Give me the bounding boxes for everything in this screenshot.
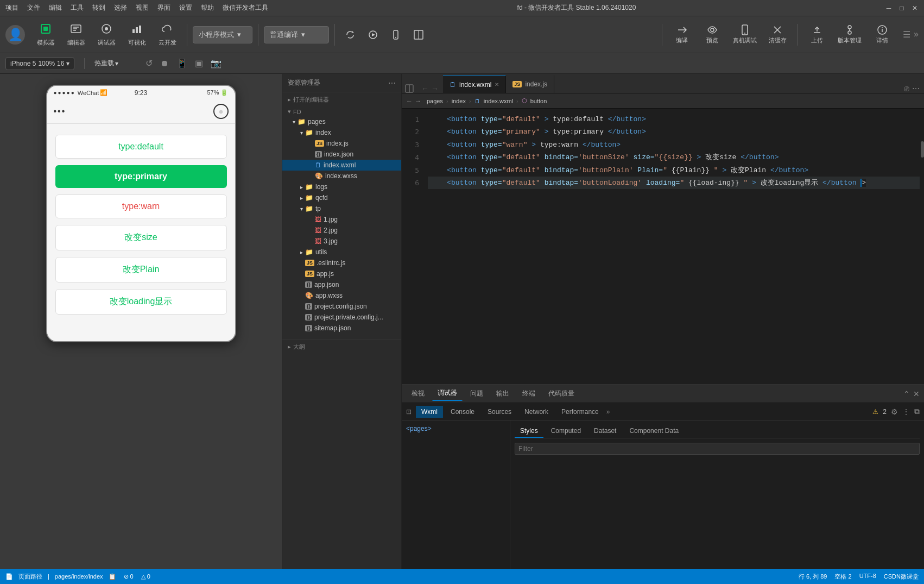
breadcrumb-forward-icon[interactable]: → [415,97,421,105]
folder-index[interactable]: ▾ 📁 index [282,127,401,138]
tab-debugger[interactable]: 调试器 [432,386,463,401]
tab-issues[interactable]: 问题 [465,387,489,400]
breadcrumb-pages[interactable]: pages [427,98,443,104]
close-button[interactable]: ✕ [911,4,919,12]
menu-help[interactable]: 帮助 [201,3,214,12]
style-tab-computed[interactable]: Computed [546,425,586,438]
button-default[interactable]: type:default [55,135,227,159]
menu-settings[interactable]: 设置 [179,3,192,12]
inner-tab-wxml[interactable]: Wxml [416,406,443,418]
button-loading[interactable]: 改变loading显示 [55,289,227,315]
file-index-json[interactable]: {} index.json [282,149,401,160]
devtools-close-icon[interactable]: ✕ [913,390,920,398]
devtools-expand-icon[interactable]: ⌃ [903,390,910,398]
tab-index-wxml[interactable]: 🗒 index.wxml ✕ [443,76,506,93]
file-index-wxml[interactable]: 🗒 index.wxml [282,160,401,171]
file-app-json[interactable]: {} app.json [282,279,401,290]
visualize-button[interactable]: 可视化 [123,20,151,50]
file-index-wxss[interactable]: 🎨 index.wxss [282,171,401,181]
mode-selector[interactable]: 小程序模式 ▾ [193,26,252,43]
tab-code-quality[interactable]: 代码质量 [543,387,580,400]
folder-logs[interactable]: ▸ 📁 logs [282,181,401,192]
menu-file[interactable]: 文件 [27,3,40,12]
maximize-button[interactable]: □ [898,4,906,12]
folder-utils[interactable]: ▸ 📁 utils [282,247,401,258]
file-app-wxss[interactable]: 🎨 app.wxss [282,290,401,301]
button-primary[interactable]: type:primary [55,165,227,188]
file-3-jpg[interactable]: 🖼 3.jpg [282,236,401,247]
debugger-button[interactable]: 调试器 [92,20,121,50]
more-devtools-icon[interactable]: ⋮ [902,407,910,416]
file-sitemap[interactable]: {} sitemap.json [282,323,401,334]
menu-ui[interactable]: 界面 [157,3,170,12]
more-inner-tabs-icon[interactable]: » [606,408,610,416]
hot-reload-button[interactable]: 热重载 ▾ [94,59,118,68]
breadcrumb-index[interactable]: index [452,98,466,104]
compile-selector[interactable]: 普通编译 ▾ [264,26,329,43]
folder-pages[interactable]: ▾ 📁 pages [282,116,401,127]
menu-tools[interactable]: 工具 [71,3,84,12]
minimize-button[interactable]: ─ [885,4,893,12]
style-tab-styles[interactable]: Styles [515,425,543,438]
editor-scrollbar[interactable] [920,109,924,384]
code-area[interactable]: <button type="default" > type:default </… [423,109,920,384]
menu-view[interactable]: 视图 [136,3,149,12]
breadcrumb-element[interactable]: button [530,98,547,104]
expand-icon[interactable]: » [914,29,919,40]
refresh-button[interactable] [340,24,360,46]
button-warn[interactable]: type:warn [55,194,227,218]
tab-output[interactable]: 输出 [491,387,515,400]
tab-terminal[interactable]: 终端 [517,387,541,400]
editor-split-icon[interactable] [402,84,417,93]
file-project-config[interactable]: {} project.config.json [282,301,401,312]
play-button[interactable] [363,24,383,46]
phone-icon[interactable]: 📱 [176,58,187,68]
screenshot-icon[interactable]: 📷 [211,58,221,68]
menu-wechat-devtools[interactable]: 微信开发者工具 [223,3,268,12]
settings-icon[interactable]: ⚙ [891,407,898,416]
menu-edit[interactable]: 编辑 [49,3,62,12]
file-2-jpg[interactable]: 🖼 2.jpg [282,225,401,236]
file-1-jpg[interactable]: 🖼 1.jpg [282,214,401,225]
version-btn[interactable]: 版本管理 [833,20,866,50]
nav-back-icon[interactable]: ← [421,84,429,93]
mobile-button[interactable] [386,24,406,46]
button-size[interactable]: 改变size [55,225,227,250]
outline-section[interactable]: ▸ 大纲 [282,339,401,352]
menu-select[interactable]: 选择 [114,3,127,12]
breadcrumb-file[interactable]: index.wxml [484,98,513,104]
inner-tab-sources[interactable]: Sources [482,406,517,418]
device-selector[interactable]: iPhone 5 100% 16 ▾ [5,57,74,70]
layout-button[interactable] [409,24,428,46]
dual-screen-icon[interactable]: ▣ [195,58,203,68]
compile-btn[interactable]: 编译 [668,20,696,50]
fd-root-section[interactable]: ▾ FD [282,105,401,116]
file-app-js[interactable]: JS app.js [282,268,401,279]
devtools-select-icon[interactable]: ⊡ [406,408,412,416]
simulator-button[interactable]: 模拟器 [31,20,60,50]
style-tab-component-data[interactable]: Component Data [624,425,684,438]
tab-index-js[interactable]: JS index.js [506,76,554,93]
copy-devtools-icon[interactable]: ⧉ [914,407,920,416]
open-editors-section[interactable]: ▸ 打开的编辑器 [282,92,401,105]
file-eslintrc[interactable]: JS .eslintrc.js [282,258,401,268]
detail-btn[interactable]: 详情 [868,20,896,50]
styles-filter[interactable] [515,443,920,455]
file-index-js[interactable]: JS index.js [282,138,401,149]
more-tab-icon[interactable]: ⋯ [912,84,920,93]
menu-goto[interactable]: 转到 [92,3,105,12]
real-test-btn[interactable]: 真机调试 [729,20,761,50]
tab-inspect[interactable]: 检视 [406,387,430,400]
style-tab-dataset[interactable]: Dataset [588,425,622,438]
wxml-tab-close[interactable]: ✕ [495,81,499,87]
menu-project[interactable]: 项目 [5,3,18,12]
wxml-pages-node[interactable]: <pages> [406,425,505,432]
editor-button[interactable]: 编辑器 [62,20,90,50]
preview-btn[interactable]: 预览 [698,20,726,50]
button-plain[interactable]: 改变Plain [55,257,227,282]
rotate-left-icon[interactable]: ↺ [145,58,153,68]
record-icon[interactable]: ⏺ [160,59,169,68]
nav-forward-icon[interactable]: → [431,84,439,93]
more-icon[interactable]: ☰ [903,29,910,40]
folder-tp[interactable]: ▾ 📁 tp [282,203,401,214]
